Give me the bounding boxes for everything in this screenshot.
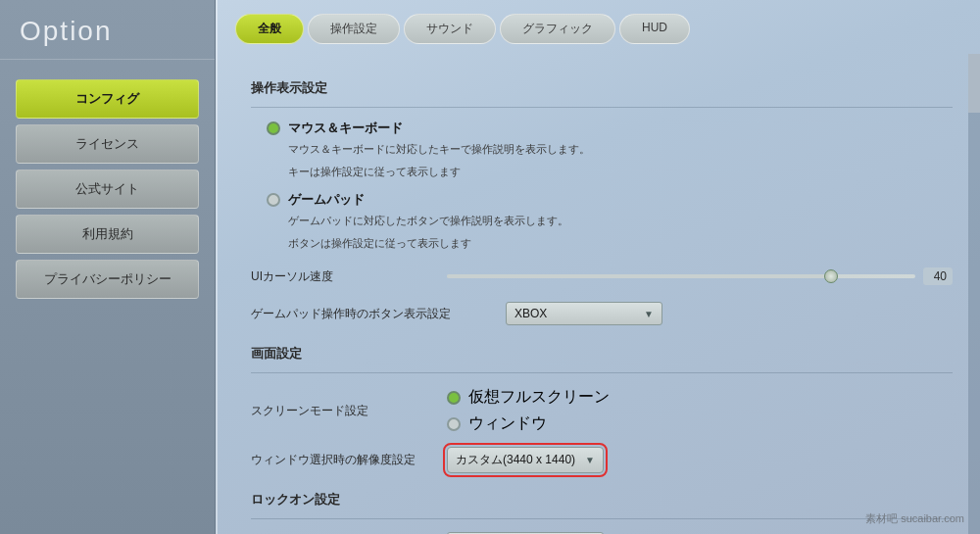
radio-mouse-keyboard-dot[interactable] — [267, 121, 280, 135]
section-screen-header: 画面設定 — [251, 345, 953, 363]
sidebar-item-official[interactable]: 公式サイト — [16, 170, 199, 209]
radio-gamepad-dot[interactable] — [267, 193, 280, 207]
screen-mode-options: 仮想フルスクリーン ウィンドウ — [447, 385, 610, 436]
section-lockon-header: ロックオン設定 — [251, 491, 953, 509]
sidebar-item-terms[interactable]: 利用規約 — [16, 215, 199, 254]
section-operation-header: 操作表示設定 — [251, 79, 953, 97]
tab-controls[interactable]: 操作設定 — [308, 14, 400, 44]
radio-gamepad-label: ゲームパッド — [288, 191, 365, 209]
radio-mouse-keyboard-label: マウス＆キーボード — [288, 120, 403, 137]
slider-fill — [447, 274, 831, 278]
window-resolution-value: カスタム(3440 x 1440) — [456, 452, 575, 468]
window-resolution-dropdown[interactable]: カスタム(3440 x 1440) ▼ — [447, 447, 604, 473]
section-divider-1 — [251, 107, 953, 108]
section-divider-3 — [251, 518, 953, 519]
top-tabs: 全般 操作設定 サウンド グラフィック HUD — [235, 14, 690, 44]
section-divider-2 — [251, 372, 953, 373]
tab-sound[interactable]: サウンド — [404, 14, 496, 44]
screen-mode-window[interactable]: ウィンドウ — [447, 412, 610, 436]
screen-mode-window-dot[interactable] — [447, 417, 461, 431]
gamepad-button-dropdown[interactable]: XBOX ▼ — [506, 302, 662, 325]
screen-mode-label: スクリーンモード設定 — [251, 403, 447, 419]
radio-mouse-keyboard-desc1: マウス＆キーボードに対応したキーで操作説明を表示します。 — [288, 141, 953, 158]
slider-track[interactable] — [447, 274, 915, 278]
screen-mode-window-label: ウィンドウ — [468, 413, 547, 434]
radio-gamepad: ゲームパッド ゲームパッドに対応したボタンで操作説明を表示します。 ボタンは操作… — [267, 191, 953, 251]
window-resolution-arrow: ▼ — [585, 455, 595, 465]
app-title: Option — [0, 0, 215, 60]
tab-all[interactable]: 全般 — [235, 14, 304, 44]
radio-gamepad-desc2: ボタンは操作設定に従って表示します — [288, 235, 953, 252]
window-resolution-row: ウィンドウ選択時の解像度設定 カスタム(3440 x 1440) ▼ — [251, 446, 953, 473]
gamepad-button-arrow: ▼ — [644, 309, 654, 319]
sidebar-item-privacy[interactable]: プライバシーポリシー — [16, 260, 199, 299]
screen-mode-row: スクリーンモード設定 仮想フルスクリーン ウィンドウ — [251, 385, 953, 436]
radio-gamepad-desc1: ゲームパッドに対応したボタンで操作説明を表示します。 — [288, 213, 953, 229]
gamepad-button-value: XBOX — [514, 307, 547, 320]
main-content: 操作表示設定 マウス＆キーボード マウス＆キーボードに対応したキーで操作説明を表… — [235, 54, 968, 534]
ui-cursor-label: UIカーソル速度 — [251, 268, 447, 285]
scrollbar[interactable] — [968, 54, 980, 534]
ui-cursor-row: UIカーソル速度 40 — [251, 263, 953, 290]
tab-hud[interactable]: HUD — [619, 14, 690, 44]
scrollbar-thumb[interactable] — [968, 54, 980, 113]
window-resolution-label: ウィンドウ選択時の解像度設定 — [251, 452, 447, 468]
gamepad-button-row: ゲームパッド操作時のボタン表示設定 XBOX ▼ — [251, 300, 953, 327]
sidebar-nav: コンフィグ ライセンス 公式サイト 利用規約 プライバシーポリシー — [0, 79, 215, 299]
slider-thumb[interactable] — [824, 269, 838, 283]
sidebar: Option コンフィグ ライセンス 公式サイト 利用規約 プライバシーポリシー — [0, 0, 216, 534]
tab-graphics[interactable]: グラフィック — [500, 14, 615, 44]
watermark: 素材吧 sucaibar.com — [865, 511, 964, 526]
ui-cursor-slider[interactable]: 40 — [447, 267, 953, 285]
gamepad-button-label: ゲームパッド操作時のボタン表示設定 — [251, 306, 506, 322]
sidebar-item-config[interactable]: コンフィグ — [16, 79, 199, 119]
screen-mode-fullscreen[interactable]: 仮想フルスクリーン — [447, 385, 610, 410]
sidebar-item-license[interactable]: ライセンス — [16, 124, 199, 164]
radio-mouse-keyboard-desc2: キーは操作設定に従って表示します — [288, 164, 953, 180]
ui-cursor-value: 40 — [923, 267, 953, 285]
sidebar-divider — [216, 0, 218, 534]
radio-mouse-keyboard: マウス＆キーボード マウス＆キーボードに対応したキーで操作説明を表示します。 キ… — [267, 120, 953, 179]
screen-mode-fullscreen-dot[interactable] — [447, 391, 461, 405]
screen-mode-fullscreen-label: 仮想フルスクリーン — [468, 387, 610, 408]
